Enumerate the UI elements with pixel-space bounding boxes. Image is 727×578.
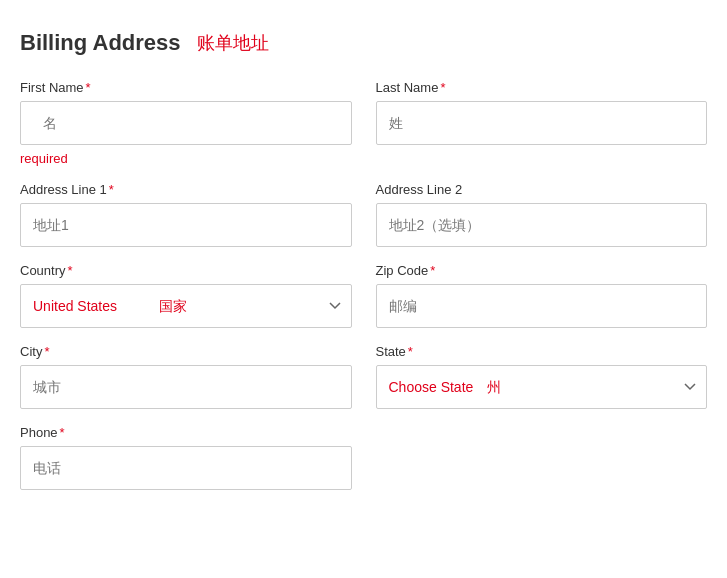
last-name-input[interactable] xyxy=(376,101,708,145)
page-header: Billing Address 账单地址 xyxy=(20,30,707,56)
city-label: City* xyxy=(20,344,352,359)
last-name-required-star: * xyxy=(440,80,445,95)
country-select[interactable]: United States 国家 China Canada UK xyxy=(20,284,352,328)
address-line1-group: Address Line 1* xyxy=(20,182,352,247)
first-name-input[interactable] xyxy=(20,101,352,145)
phone-required-star: * xyxy=(60,425,65,440)
address-line1-input[interactable] xyxy=(20,203,352,247)
state-required-star: * xyxy=(408,344,413,359)
zip-code-input[interactable] xyxy=(376,284,708,328)
address1-required-star: * xyxy=(109,182,114,197)
address-line2-label: Address Line 2 xyxy=(376,182,708,197)
country-group: Country* United States 国家 China Canada U… xyxy=(20,263,352,328)
first-name-group: First Name* required xyxy=(20,80,352,166)
last-name-group: Last Name* xyxy=(376,80,708,166)
first-name-required-star: * xyxy=(86,80,91,95)
zip-required-star: * xyxy=(430,263,435,278)
address-line2-group: Address Line 2 xyxy=(376,182,708,247)
address-line1-label: Address Line 1* xyxy=(20,182,352,197)
city-required-star: * xyxy=(44,344,49,359)
last-name-label: Last Name* xyxy=(376,80,708,95)
country-label: Country* xyxy=(20,263,352,278)
page-title-chinese: 账单地址 xyxy=(197,31,269,55)
phone-label: Phone* xyxy=(20,425,352,440)
state-label: State* xyxy=(376,344,708,359)
phone-group: Phone* xyxy=(20,425,352,490)
page-title: Billing Address xyxy=(20,30,181,56)
city-input[interactable] xyxy=(20,365,352,409)
required-note: required xyxy=(20,151,352,166)
address-line2-input[interactable] xyxy=(376,203,708,247)
first-name-label: First Name* xyxy=(20,80,352,95)
zip-code-group: Zip Code* xyxy=(376,263,708,328)
zip-code-label: Zip Code* xyxy=(376,263,708,278)
billing-form: First Name* required Last Name* Address … xyxy=(20,80,707,490)
country-required-star: * xyxy=(68,263,73,278)
city-group: City* xyxy=(20,344,352,409)
phone-input[interactable] xyxy=(20,446,352,490)
state-select[interactable]: Choose State 州 California New York Texas xyxy=(376,365,708,409)
state-group: State* Choose State 州 California New Yor… xyxy=(376,344,708,409)
